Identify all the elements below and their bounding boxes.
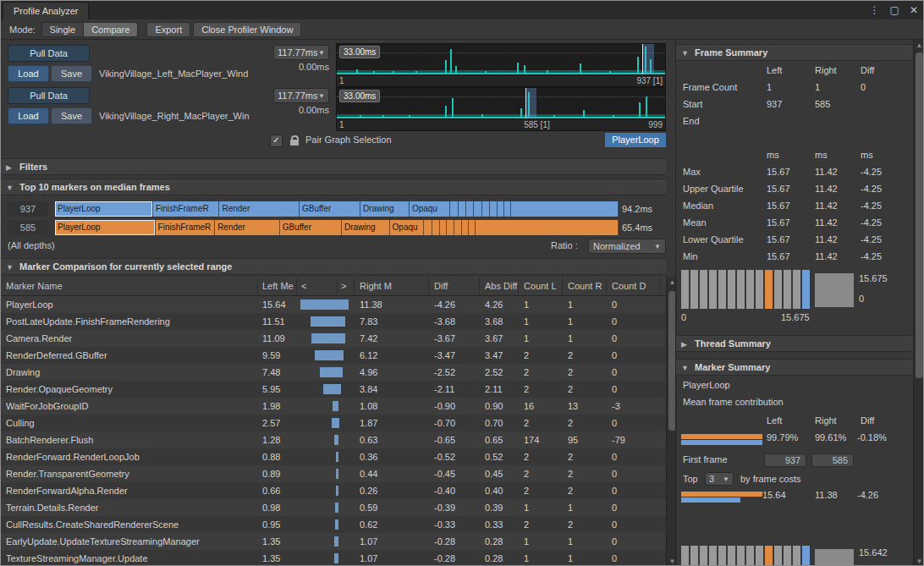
- scrollbar-thumb[interactable]: [916, 52, 923, 378]
- thread-summary-foldout[interactable]: ▶ Thread Summary: [676, 335, 916, 352]
- pull-data-right-button[interactable]: Pull Data: [8, 87, 90, 104]
- top10-segment[interactable]: [462, 220, 470, 235]
- load-right-button[interactable]: Load: [8, 107, 49, 124]
- marker-row[interactable]: Drawing7.484.96-2.522.52220: [1, 364, 666, 381]
- selected-marker-chip[interactable]: PlayerLoop: [605, 133, 666, 147]
- marker-summary-foldout[interactable]: ▼ Marker Summary: [676, 359, 916, 376]
- top10-segment[interactable]: [440, 220, 448, 235]
- scale-dropdown-right[interactable]: 117.77ms ▼: [273, 88, 329, 103]
- mode-single-button[interactable]: Single: [41, 22, 84, 37]
- top10-segment[interactable]: [450, 201, 459, 217]
- scroll-down-icon[interactable]: ▼: [914, 556, 924, 566]
- save-right-button[interactable]: Save: [51, 107, 92, 124]
- column-header-right-median[interactable]: Right M: [355, 277, 429, 295]
- tab-profile-analyzer[interactable]: Profile Analyzer: [3, 2, 89, 20]
- comparison-foldout[interactable]: ▼ Marker Comparison for currently select…: [1, 258, 666, 275]
- marker-row[interactable]: BatchRenderer.Flush1.280.63-0.650.651749…: [1, 431, 666, 448]
- ratio-dropdown[interactable]: Normalized ▼: [588, 239, 666, 254]
- top10-segment[interactable]: [454, 220, 462, 235]
- top10-segment-finishframer[interactable]: FinishFrameR: [156, 220, 216, 235]
- graph-selection[interactable]: [642, 44, 655, 74]
- top10-segment[interactable]: [476, 220, 618, 235]
- top10-segment-opaqu[interactable]: Opaqu: [390, 220, 424, 235]
- scroll-down-icon[interactable]: ▼: [667, 556, 678, 566]
- top10-segment-gbuffer[interactable]: GBuffer: [280, 220, 342, 235]
- top10-segment[interactable]: [459, 201, 466, 217]
- top10-segment[interactable]: [469, 220, 476, 235]
- column-header-count-left[interactable]: Count L: [519, 277, 563, 295]
- histogram-range-handle[interactable]: [815, 273, 854, 307]
- top10-segment[interactable]: [466, 201, 474, 217]
- column-header-abs-diff[interactable]: Abs Diff: [480, 277, 519, 295]
- marker-row[interactable]: PostLateUpdate.FinishFrameRendering11.51…: [1, 313, 666, 330]
- marker-row[interactable]: Camera.Render11.097.42-3.673.67110: [1, 330, 666, 347]
- top10-segment-render[interactable]: Render: [215, 220, 280, 235]
- first-frame-right-button[interactable]: 585: [811, 453, 854, 467]
- top10-segment-opaqu[interactable]: Opaqu: [410, 201, 450, 217]
- scroll-up-icon[interactable]: ▲: [667, 277, 678, 288]
- lock-icon[interactable]: [289, 135, 300, 146]
- frame-graph-left[interactable]: 33.00ms 1 937 [1]: [336, 43, 666, 87]
- top10-segment-finishframer[interactable]: FinishFrameR: [153, 201, 220, 217]
- count-left-value: 2: [519, 415, 563, 431]
- top10-segment[interactable]: [498, 201, 505, 217]
- frame-summary-foldout[interactable]: ▼ Frame Summary: [676, 44, 916, 61]
- marker-row[interactable]: RenderForward.RenderLoopJob0.880.36-0.52…: [1, 448, 666, 465]
- top10-segment-drawing[interactable]: Drawing: [342, 220, 390, 235]
- histogram-range-handle[interactable]: [815, 549, 854, 566]
- marker-histogram[interactable]: 15.642: [681, 546, 916, 566]
- top10-segment[interactable]: [482, 201, 490, 217]
- export-button[interactable]: Export: [146, 22, 190, 37]
- column-header-count-diff[interactable]: Count D: [607, 277, 661, 295]
- top10-foldout[interactable]: ▼ Top 10 markers on median frames: [1, 179, 666, 195]
- frame-time-histogram[interactable]: 15.675 0 0 15.675: [681, 270, 916, 326]
- pull-data-left-button[interactable]: Pull Data: [8, 45, 90, 62]
- top10-segment[interactable]: [447, 220, 454, 235]
- marker-row[interactable]: RenderForwardAlpha.Render0.660.26-0.400.…: [1, 482, 666, 499]
- right-panel-scrollbar[interactable]: ▲ ▼: [913, 40, 924, 566]
- column-header-marker-name[interactable]: Marker Name: [1, 277, 258, 295]
- frame-graph-right[interactable]: 33.00ms 1 585 [1] 999: [336, 87, 666, 131]
- graph-selection[interactable]: [525, 88, 536, 118]
- marker-row[interactable]: Render.TransparentGeometry0.890.44-0.450…: [1, 465, 666, 482]
- first-frame-left-button[interactable]: 937: [764, 453, 806, 467]
- top10-segment[interactable]: [511, 201, 619, 217]
- load-left-button[interactable]: Load: [8, 65, 49, 82]
- maximize-icon[interactable]: ▢: [890, 4, 899, 16]
- top10-segment[interactable]: [504, 201, 511, 217]
- top10-segment-render[interactable]: Render: [219, 201, 300, 217]
- marker-row[interactable]: TextureStreamingManager.Update1.351.07-0…: [1, 550, 666, 566]
- marker-row[interactable]: EarlyUpdate.UpdateTextureStreamingManage…: [1, 533, 666, 550]
- marker-row[interactable]: Render.OpaqueGeometry5.953.84-2.112.1122…: [1, 381, 666, 398]
- marker-row[interactable]: Terrain.Details.Render0.980.59-0.390.391…: [1, 499, 666, 516]
- summary-row-value: -4.25: [861, 214, 882, 231]
- scroll-up-icon[interactable]: ▲: [914, 40, 924, 51]
- top10-segment[interactable]: [490, 201, 498, 217]
- close-icon[interactable]: ✕: [910, 4, 918, 16]
- top10-segment[interactable]: [474, 201, 483, 217]
- scale-dropdown-left[interactable]: 117.77ms ▼: [273, 45, 329, 60]
- column-header-right-bar[interactable]: >: [338, 277, 355, 295]
- marker-row[interactable]: PlayerLoop15.6411.38-4.264.26110: [1, 296, 666, 313]
- column-header-left-bar[interactable]: <: [297, 277, 338, 295]
- mode-compare-button[interactable]: Compare: [83, 22, 138, 37]
- marker-row[interactable]: CullResults.CreateSharedRendererScene0.9…: [1, 516, 666, 533]
- column-header-left-median[interactable]: Left Me: [258, 277, 297, 295]
- top-n-dropdown[interactable]: 3 ▼: [705, 472, 734, 486]
- top10-segment-playerloop[interactable]: PlayerLoop: [55, 220, 156, 235]
- marker-row[interactable]: WaitForJobGroupID1.981.08-0.900.901613-3: [1, 398, 666, 415]
- top10-segment[interactable]: [424, 220, 433, 235]
- pair-graph-checkbox[interactable]: ✓: [270, 135, 283, 147]
- column-header-count-right[interactable]: Count R: [563, 277, 607, 295]
- top10-segment-drawing[interactable]: Drawing: [360, 201, 410, 217]
- filters-foldout[interactable]: ▶ Filters: [1, 158, 666, 175]
- top10-segment-gbuffer[interactable]: GBuffer: [300, 201, 360, 217]
- column-header-diff[interactable]: Diff: [429, 277, 480, 295]
- marker-row[interactable]: Culling2.571.87-0.700.70220: [1, 415, 666, 431]
- save-left-button[interactable]: Save: [51, 65, 92, 82]
- top10-segment[interactable]: [432, 220, 440, 235]
- close-profiler-button[interactable]: Close Profiler Window: [193, 22, 301, 37]
- marker-row[interactable]: RenderDeferred.GBuffer9.596.12-3.473.472…: [1, 347, 666, 364]
- top10-segment-playerloop[interactable]: PlayerLoop: [55, 201, 153, 217]
- kebab-menu-icon[interactable]: ⋮: [870, 4, 880, 16]
